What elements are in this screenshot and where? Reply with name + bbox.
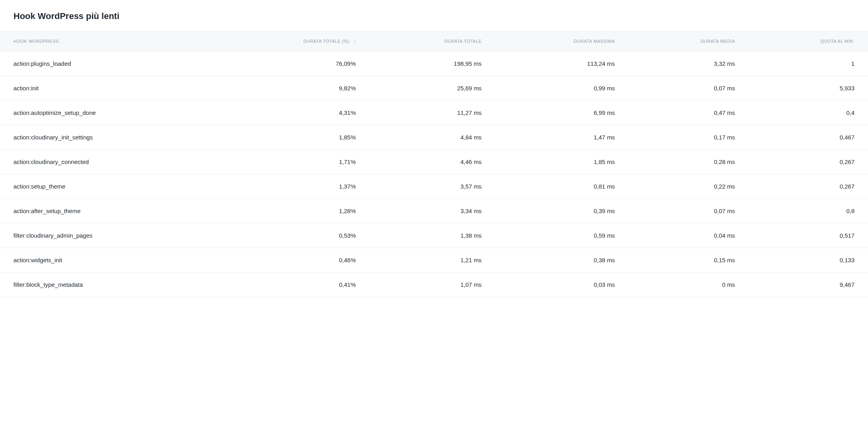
cell-hook-name: action:cloudinary_connected [0, 150, 214, 174]
cell-quota: 0,133 [749, 248, 868, 273]
cell-hook-name: action:setup_theme [0, 174, 214, 199]
cell-pct: 1,71% [214, 150, 369, 174]
cell-quota: 0,517 [749, 223, 868, 248]
col-hook-label: HOOK WORDPRESS [13, 39, 59, 44]
cell-total: 4,46 ms [369, 150, 495, 174]
cell-max: 0,38 ms [495, 248, 628, 273]
cell-avg: 0,22 ms [628, 174, 748, 199]
cell-pct: 1,37% [214, 174, 369, 199]
col-avg[interactable]: DURATA MEDIA [628, 31, 748, 51]
cell-max: 113,24 ms [495, 51, 628, 76]
cell-quota: 0,267 [749, 150, 868, 174]
sort-desc-icon: ↓ [353, 38, 356, 44]
cell-max: 0,81 ms [495, 174, 628, 199]
cell-avg: 0,15 ms [628, 248, 748, 273]
cell-total: 1,07 ms [369, 273, 495, 297]
cell-quota: 9,467 [749, 273, 868, 297]
col-total[interactable]: DURATA TOTALE [369, 31, 495, 51]
cell-hook-name: action:widgets_init [0, 248, 214, 273]
cell-pct: 4,31% [214, 101, 369, 125]
table-row[interactable]: action:widgets_init0,46%1,21 ms0,38 ms0,… [0, 248, 868, 273]
col-avg-label: DURATA MEDIA [701, 39, 735, 44]
hooks-table: HOOK WORDPRESS DURATA TOTALE (%) ↓ DURAT… [0, 31, 868, 297]
cell-pct: 9,82% [214, 76, 369, 101]
table-row[interactable]: filter:cloudinary_admin_pages0,53%1,38 m… [0, 223, 868, 248]
cell-quota: 0,8 [749, 199, 868, 223]
col-pct[interactable]: DURATA TOTALE (%) ↓ [214, 31, 369, 51]
table-row[interactable]: action:autoptimize_setup_done4,31%11,27 … [0, 101, 868, 125]
cell-max: 0,39 ms [495, 199, 628, 223]
cell-max: 0,03 ms [495, 273, 628, 297]
cell-quota: 0,467 [749, 125, 868, 150]
cell-hook-name: action:autoptimize_setup_done [0, 101, 214, 125]
cell-avg: 0,28 ms [628, 150, 748, 174]
cell-quota: 0,267 [749, 174, 868, 199]
col-total-label: DURATA TOTALE [444, 39, 482, 44]
cell-avg: 0,04 ms [628, 223, 748, 248]
cell-hook-name: action:after_setup_theme [0, 199, 214, 223]
cell-avg: 0 ms [628, 273, 748, 297]
cell-max: 0,99 ms [495, 76, 628, 101]
cell-quota: 0,4 [749, 101, 868, 125]
cell-hook-name: filter:block_type_metadata [0, 273, 214, 297]
table-row[interactable]: action:plugins_loaded76,09%198,95 ms113,… [0, 51, 868, 76]
cell-pct: 1,85% [214, 125, 369, 150]
col-hook[interactable]: HOOK WORDPRESS [0, 31, 214, 51]
table-row[interactable]: filter:block_type_metadata0,41%1,07 ms0,… [0, 273, 868, 297]
cell-hook-name: action:plugins_loaded [0, 51, 214, 76]
col-quota-label: QUOTA AL MIN. [820, 39, 855, 44]
cell-avg: 3,32 ms [628, 51, 748, 76]
col-max[interactable]: DURATA MASSIMA [495, 31, 628, 51]
cell-total: 3,57 ms [369, 174, 495, 199]
table-header-row: HOOK WORDPRESS DURATA TOTALE (%) ↓ DURAT… [0, 31, 868, 51]
table-row[interactable]: action:setup_theme1,37%3,57 ms0,81 ms0,2… [0, 174, 868, 199]
cell-total: 25,69 ms [369, 76, 495, 101]
cell-total: 198,95 ms [369, 51, 495, 76]
cell-hook-name: filter:cloudinary_admin_pages [0, 223, 214, 248]
page-title: Hook WordPress più lenti [0, 0, 868, 31]
cell-total: 11,27 ms [369, 101, 495, 125]
cell-avg: 0,17 ms [628, 125, 748, 150]
cell-pct: 0,53% [214, 223, 369, 248]
cell-avg: 0,47 ms [628, 101, 748, 125]
table-row[interactable]: action:init9,82%25,69 ms0,99 ms0,07 ms5,… [0, 76, 868, 101]
cell-total: 1,21 ms [369, 248, 495, 273]
col-quota[interactable]: QUOTA AL MIN. [749, 31, 868, 51]
cell-max: 1,47 ms [495, 125, 628, 150]
table-row[interactable]: action:cloudinary_init_settings1,85%4,84… [0, 125, 868, 150]
cell-pct: 1,28% [214, 199, 369, 223]
col-pct-label: DURATA TOTALE (%) [303, 39, 349, 44]
table-row[interactable]: action:after_setup_theme1,28%3,34 ms0,39… [0, 199, 868, 223]
cell-avg: 0,07 ms [628, 76, 748, 101]
cell-max: 6,99 ms [495, 101, 628, 125]
cell-quota: 1 [749, 51, 868, 76]
cell-hook-name: action:cloudinary_init_settings [0, 125, 214, 150]
cell-quota: 5,933 [749, 76, 868, 101]
cell-pct: 76,09% [214, 51, 369, 76]
cell-avg: 0,07 ms [628, 199, 748, 223]
cell-hook-name: action:init [0, 76, 214, 101]
cell-total: 1,38 ms [369, 223, 495, 248]
cell-pct: 0,46% [214, 248, 369, 273]
cell-total: 4,84 ms [369, 125, 495, 150]
table-row[interactable]: action:cloudinary_connected1,71%4,46 ms1… [0, 150, 868, 174]
cell-total: 3,34 ms [369, 199, 495, 223]
cell-pct: 0,41% [214, 273, 369, 297]
cell-max: 1,85 ms [495, 150, 628, 174]
cell-max: 0,59 ms [495, 223, 628, 248]
col-max-label: DURATA MASSIMA [574, 39, 615, 44]
